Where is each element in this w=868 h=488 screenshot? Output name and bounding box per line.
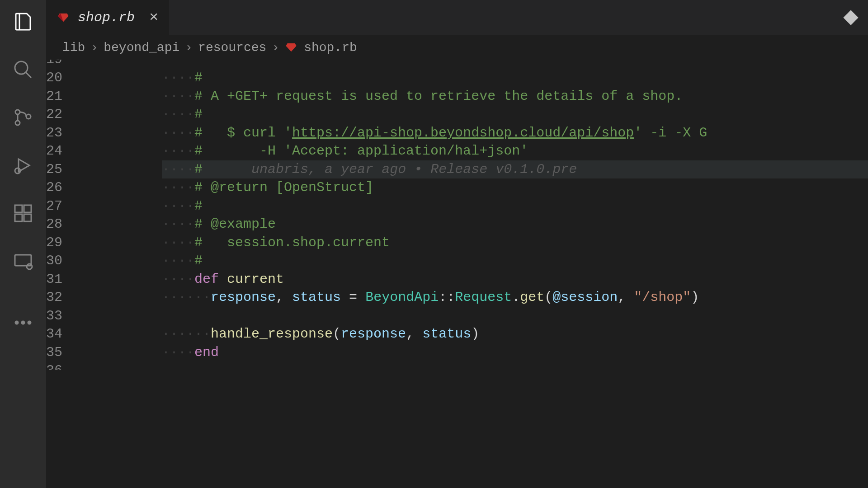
crumb-lib[interactable]: lib [62,41,85,55]
svg-rect-6 [15,205,22,212]
ruby-file-icon [285,41,297,54]
crumb-beyond-api[interactable]: beyond_api [104,41,179,55]
line-number-gutter: 19 20 21 22 23 24 25 26 27 28 29 30 31 3… [46,60,162,488]
chevron-right-icon: › [185,41,193,55]
search-icon[interactable] [10,57,36,82]
activity-bar [0,0,46,488]
tab-bar: shop.rb × [46,0,868,35]
run-debug-icon[interactable] [10,153,36,178]
close-icon[interactable]: × [149,9,158,26]
svg-point-14 [28,321,31,324]
svg-point-3 [15,121,20,125]
breadcrumb: lib › beyond_api › resources › shop.rb [46,35,868,60]
ruby-file-icon [57,11,70,24]
chevron-right-icon: › [90,41,98,55]
svg-point-11 [27,264,32,269]
explorer-icon[interactable] [10,9,36,34]
svg-rect-8 [24,214,31,221]
extensions-icon[interactable] [10,201,36,226]
more-icon[interactable] [10,310,36,335]
svg-rect-9 [24,205,31,212]
source-control-icon[interactable] [10,105,36,130]
svg-point-0 [15,61,28,74]
code-area[interactable]: ····# ····# A +GET+ request is used to r… [162,60,868,488]
git-compare-icon[interactable] [842,9,860,27]
svg-point-12 [15,321,18,324]
svg-point-2 [15,110,20,114]
crumb-resources[interactable]: resources [198,41,266,55]
svg-rect-7 [15,214,22,221]
tab-shop-rb[interactable]: shop.rb × [46,0,169,35]
svg-point-13 [22,321,24,324]
tab-filename: shop.rb [78,10,135,25]
chevron-right-icon: › [272,41,279,55]
editor[interactable]: 19 20 21 22 23 24 25 26 27 28 29 30 31 3… [46,60,868,488]
crumb-file[interactable]: shop.rb [304,41,357,55]
svg-line-1 [26,72,31,78]
remote-icon[interactable] [10,249,36,274]
